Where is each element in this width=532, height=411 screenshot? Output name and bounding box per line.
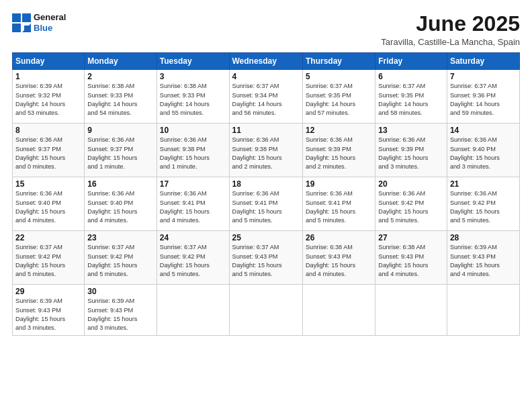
empty-cell-1 bbox=[157, 285, 229, 335]
day-24: 24 Sunrise: 6:37 AMSunset: 9:42 PMDaylig… bbox=[157, 231, 229, 285]
day-19: 19 Sunrise: 6:36 AMSunset: 9:41 PMDaylig… bbox=[302, 177, 375, 231]
week-row-5: 29 Sunrise: 6:39 AMSunset: 9:43 PMDaylig… bbox=[13, 285, 520, 335]
logo-text: General Blue bbox=[34, 12, 66, 33]
day-5: 5 Sunrise: 6:37 AMSunset: 9:35 PMDayligh… bbox=[302, 70, 375, 124]
weekday-header-row: Sunday Monday Tuesday Wednesday Thursday… bbox=[13, 53, 520, 70]
empty-cell-2 bbox=[229, 285, 302, 335]
day-11: 11 Sunrise: 6:36 AMSunset: 9:38 PMDaylig… bbox=[229, 124, 302, 177]
col-sunday: Sunday bbox=[13, 53, 85, 70]
logo-line2: Blue bbox=[34, 23, 52, 33]
week-row-1: 1 Sunrise: 6:39 AMSunset: 9:32 PMDayligh… bbox=[13, 70, 520, 124]
col-tuesday: Tuesday bbox=[157, 53, 229, 70]
week-row-3: 15 Sunrise: 6:36 AMSunset: 9:40 PMDaylig… bbox=[13, 177, 520, 231]
day-6: 6 Sunrise: 6:37 AMSunset: 9:35 PMDayligh… bbox=[375, 70, 447, 124]
week-row-4: 22 Sunrise: 6:37 AMSunset: 9:42 PMDaylig… bbox=[13, 231, 520, 285]
day-2: 2 Sunrise: 6:38 AMSunset: 9:33 PMDayligh… bbox=[85, 70, 157, 124]
day-30: 30 Sunrise: 6:39 AMSunset: 9:43 PMDaylig… bbox=[85, 285, 157, 335]
day-1: 1 Sunrise: 6:39 AMSunset: 9:32 PMDayligh… bbox=[13, 70, 85, 124]
svg-rect-2 bbox=[12, 24, 21, 32]
col-monday: Monday bbox=[85, 53, 157, 70]
col-saturday: Saturday bbox=[447, 53, 519, 70]
day-16: 16 Sunrise: 6:36 AMSunset: 9:40 PMDaylig… bbox=[85, 177, 157, 231]
col-thursday: Thursday bbox=[302, 53, 375, 70]
day-7: 7 Sunrise: 6:37 AMSunset: 9:36 PMDayligh… bbox=[447, 70, 519, 124]
calendar: Sunday Monday Tuesday Wednesday Thursday… bbox=[12, 52, 520, 335]
day-23: 23 Sunrise: 6:37 AMSunset: 9:42 PMDaylig… bbox=[85, 231, 157, 285]
day-26: 26 Sunrise: 6:38 AMSunset: 9:43 PMDaylig… bbox=[302, 231, 375, 285]
day-12: 12 Sunrise: 6:36 AMSunset: 9:39 PMDaylig… bbox=[302, 124, 375, 177]
logo-icon bbox=[12, 13, 31, 32]
empty-cell-3 bbox=[302, 285, 375, 335]
page: General Blue June 2025 Taravilla, Castil… bbox=[0, 0, 532, 411]
day-3: 3 Sunrise: 6:38 AMSunset: 9:33 PMDayligh… bbox=[157, 70, 229, 124]
day-10: 10 Sunrise: 6:36 AMSunset: 9:38 PMDaylig… bbox=[157, 124, 229, 177]
title-block: June 2025 Taravilla, Castille-La Mancha,… bbox=[381, 12, 520, 47]
col-wednesday: Wednesday bbox=[229, 53, 302, 70]
day-22: 22 Sunrise: 6:37 AMSunset: 9:42 PMDaylig… bbox=[13, 231, 85, 285]
day-13: 13 Sunrise: 6:36 AMSunset: 9:39 PMDaylig… bbox=[375, 124, 447, 177]
col-friday: Friday bbox=[375, 53, 447, 70]
day-20: 20 Sunrise: 6:36 AMSunset: 9:42 PMDaylig… bbox=[375, 177, 447, 231]
empty-cell-5 bbox=[447, 285, 519, 335]
empty-cell-4 bbox=[375, 285, 447, 335]
day-4: 4 Sunrise: 6:37 AMSunset: 9:34 PMDayligh… bbox=[229, 70, 302, 124]
month-title: June 2025 bbox=[381, 12, 520, 36]
day-8: 8 Sunrise: 6:36 AMSunset: 9:37 PMDayligh… bbox=[13, 124, 85, 177]
day-18: 18 Sunrise: 6:36 AMSunset: 9:41 PMDaylig… bbox=[229, 177, 302, 231]
logo-line1: General bbox=[34, 12, 66, 22]
day-9: 9 Sunrise: 6:36 AMSunset: 9:37 PMDayligh… bbox=[85, 124, 157, 177]
day-15: 15 Sunrise: 6:36 AMSunset: 9:40 PMDaylig… bbox=[13, 177, 85, 231]
day-14: 14 Sunrise: 6:36 AMSunset: 9:40 PMDaylig… bbox=[447, 124, 519, 177]
svg-rect-0 bbox=[12, 13, 21, 22]
logo: General Blue bbox=[12, 12, 66, 33]
day-25: 25 Sunrise: 6:37 AMSunset: 9:43 PMDaylig… bbox=[229, 231, 302, 285]
week-row-2: 8 Sunrise: 6:36 AMSunset: 9:37 PMDayligh… bbox=[13, 124, 520, 177]
day-17: 17 Sunrise: 6:36 AMSunset: 9:41 PMDaylig… bbox=[157, 177, 229, 231]
day-21: 21 Sunrise: 6:36 AMSunset: 9:42 PMDaylig… bbox=[447, 177, 519, 231]
header: General Blue June 2025 Taravilla, Castil… bbox=[12, 12, 520, 47]
day-29: 29 Sunrise: 6:39 AMSunset: 9:43 PMDaylig… bbox=[13, 285, 85, 335]
day-27: 27 Sunrise: 6:38 AMSunset: 9:43 PMDaylig… bbox=[375, 231, 447, 285]
svg-rect-1 bbox=[22, 13, 31, 22]
day-28: 28 Sunrise: 6:39 AMSunset: 9:43 PMDaylig… bbox=[447, 231, 519, 285]
svg-rect-4 bbox=[24, 26, 29, 30]
location: Taravilla, Castille-La Mancha, Spain bbox=[381, 37, 520, 47]
